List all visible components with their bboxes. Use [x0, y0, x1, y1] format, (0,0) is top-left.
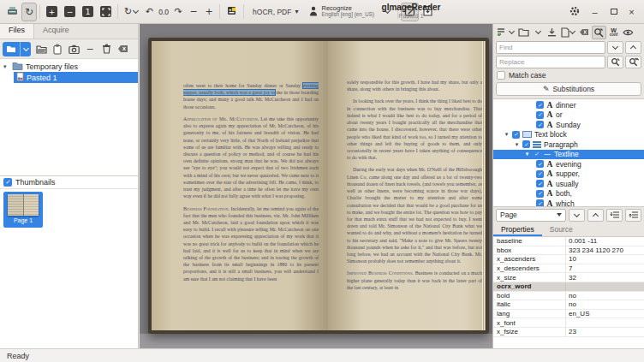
navigate-prev-button[interactable]: [587, 209, 604, 222]
word-checkbox[interactable]: ✓: [536, 121, 544, 128]
open-folder-button[interactable]: [35, 43, 47, 55]
property-row[interactable]: x_fsize23: [493, 328, 644, 337]
angle-increase-button[interactable]: +: [201, 3, 217, 21]
tree-word-row[interactable]: ✓ A usually: [493, 179, 644, 189]
tree-word-row[interactable]: ✓ A which: [493, 199, 644, 207]
tree-paragraph-row[interactable]: ▾ ✓ Paragraph: [493, 139, 644, 150]
paragraph-checkbox[interactable]: ✓: [522, 140, 530, 148]
word-checkbox[interactable]: ✓: [536, 160, 544, 168]
minimize-button[interactable]: –: [587, 3, 603, 20]
rotation-angle-value[interactable]: 0.0: [157, 8, 170, 16]
page-selector[interactable]: Page: [496, 209, 566, 222]
add-images-dropdown[interactable]: [20, 42, 31, 56]
tab-acquire[interactable]: Acquire: [34, 24, 78, 39]
tab-properties[interactable]: Properties: [493, 223, 542, 236]
word-checkbox[interactable]: ✓: [536, 111, 544, 119]
save-hocr-button[interactable]: [546, 26, 558, 39]
word-confidence-button[interactable]: W conf: [607, 26, 620, 39]
canvas-lower-strip: [140, 334, 492, 348]
thumbnail-page-1[interactable]: Page 1: [3, 192, 43, 228]
word-checkbox[interactable]: ✓: [536, 190, 544, 198]
tree-word-row[interactable]: ✓ A supper,: [493, 169, 644, 180]
scan-device-button[interactable]: [3, 3, 21, 21]
tree-word-row[interactable]: ✓ A Sunday: [493, 120, 644, 130]
expander-icon[interactable]: ▾: [524, 151, 530, 157]
block-checkbox[interactable]: ✓: [512, 131, 520, 139]
rotate-mode-dropdown[interactable]: ↻: [121, 3, 141, 21]
app-menu-button[interactable]: [566, 3, 582, 20]
tree-word-row[interactable]: ✓ A evening: [493, 159, 644, 169]
delete-file-button[interactable]: [100, 43, 112, 55]
find-prev-button[interactable]: [625, 41, 641, 54]
property-row[interactable]: italicno: [493, 300, 644, 310]
replace-all-button[interactable]: [625, 56, 641, 68]
scanner-icon: [7, 5, 18, 18]
zoom-original-button[interactable]: 1: [79, 3, 97, 21]
remove-image-button[interactable]: −: [84, 43, 96, 55]
zoom-fit-icon: [100, 6, 111, 17]
image-controls-button[interactable]: [223, 3, 241, 21]
tree-row-temporary-files[interactable]: ▾ Temporary files: [0, 61, 138, 72]
open-hocr-button[interactable]: [516, 26, 531, 39]
screenshot-button[interactable]: [68, 43, 80, 55]
word-checkbox[interactable]: ✓: [536, 101, 544, 109]
tree-word-row[interactable]: ✓ A both,: [493, 189, 644, 199]
property-row[interactable]: boldno: [493, 292, 644, 301]
word-checkbox[interactable]: ✓: [536, 199, 544, 207]
word-checkbox[interactable]: ✓: [536, 180, 544, 187]
navigate-next-button[interactable]: [569, 209, 585, 222]
tree-word-row[interactable]: ✓ A or: [493, 110, 644, 121]
tree-word-row[interactable]: ✓ A dinner: [493, 100, 644, 110]
collapse-all-button[interactable]: [625, 209, 641, 222]
clear-output-button[interactable]: [577, 26, 591, 39]
substitutions-button[interactable]: ✎ Substitutions: [496, 82, 641, 96]
expander-icon[interactable]: ▾: [514, 141, 520, 148]
pasted-document-icon: [16, 72, 24, 83]
find-input[interactable]: [496, 41, 605, 54]
replace-button[interactable]: [607, 56, 623, 68]
match-case-checkbox[interactable]: [497, 71, 505, 80]
tab-source[interactable]: Source: [542, 223, 581, 236]
open-dropdown-button[interactable]: [532, 26, 545, 39]
property-row[interactable]: baseline0.001 -11: [493, 237, 644, 246]
zoom-out-button[interactable]: −: [61, 3, 79, 21]
preview-toggle-button[interactable]: [621, 26, 635, 39]
property-row[interactable]: bbox323 234 1120 270: [493, 246, 644, 256]
property-row[interactable]: x_descenders7: [493, 264, 644, 274]
ocr-output-mode-button[interactable]: hOCR, PDF ▾: [247, 3, 304, 21]
rotate-page-mode-button[interactable]: ↻: [21, 3, 37, 21]
zoom-in-button[interactable]: +: [43, 3, 61, 21]
add-images-split-button[interactable]: [3, 42, 31, 56]
rotate-ccw-button[interactable]: ↶: [141, 3, 157, 21]
close-button[interactable]: ×: [623, 3, 640, 20]
paste-button[interactable]: [51, 43, 63, 55]
find-next-button[interactable]: [607, 41, 623, 54]
thumbnails-checkbox[interactable]: ✓: [3, 178, 12, 187]
insert-mode-button[interactable]: [495, 26, 516, 39]
rotate-cw-button[interactable]: ↷: [170, 3, 186, 21]
tree-textblock-row[interactable]: ▾ ✓ Text block: [493, 130, 644, 140]
property-row[interactable]: x_font: [493, 318, 644, 328]
clear-list-button[interactable]: [116, 43, 128, 55]
minimize-icon: –: [592, 7, 597, 17]
expander-icon[interactable]: ▾: [504, 131, 510, 138]
textline-checkbox[interactable]: ✓: [533, 151, 540, 158]
angle-decrease-button[interactable]: −: [186, 3, 201, 21]
tab-files[interactable]: Files: [0, 24, 34, 39]
maximize-button[interactable]: [605, 3, 622, 20]
property-section-header[interactable]: ocrx_word: [493, 282, 644, 292]
document-canvas[interactable]: often went to their home for Sunday dinn…: [140, 24, 492, 348]
tree-textline-row-selected[interactable]: ▾ ✓ — Textline: [493, 150, 644, 160]
word-checkbox[interactable]: ✓: [536, 170, 544, 178]
property-row[interactable]: x_size32: [493, 273, 644, 282]
tree-row-pasted-file[interactable]: Pasted 1: [14, 72, 138, 83]
find-replace-toggle-button[interactable]: [592, 26, 606, 39]
scanned-book-image[interactable]: often went to their home for Sunday dinn…: [148, 38, 489, 334]
zoom-fit-button[interactable]: [97, 3, 115, 21]
property-row[interactable]: langen_US: [493, 310, 644, 319]
expand-all-button[interactable]: [606, 209, 623, 222]
expander-icon[interactable]: ▾: [3, 63, 9, 70]
replace-input[interactable]: [496, 56, 605, 68]
export-button[interactable]: [559, 26, 576, 39]
property-row[interactable]: x_ascenders10: [493, 255, 644, 264]
